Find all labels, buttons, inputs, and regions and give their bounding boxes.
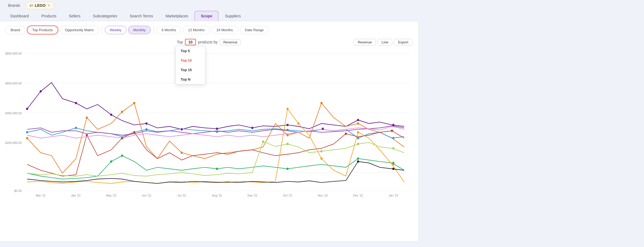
dot — [320, 157, 323, 160]
revenue-action-button[interactable]: Revenue — [354, 39, 376, 46]
12months-button[interactable]: 12 Months — [183, 26, 210, 34]
dot — [297, 122, 299, 125]
top5-option[interactable]: Top 5 — [176, 46, 205, 56]
x-label-jul22: Jul '22 — [177, 194, 186, 197]
dot — [121, 154, 123, 157]
dot — [322, 128, 324, 130]
tab-dashboard[interactable]: Dashboard — [4, 11, 35, 21]
x-label-apr22: Apr '22 — [71, 194, 81, 197]
dot — [320, 150, 323, 153]
dot — [357, 122, 359, 125]
dot — [133, 102, 135, 104]
tab-products[interactable]: Products — [36, 11, 62, 21]
dot — [357, 137, 359, 140]
x-label-sep22: Sep '22 — [247, 194, 257, 197]
x-label-oct22: Oct '22 — [283, 194, 292, 197]
dot — [121, 137, 123, 140]
close-lego-button[interactable]: × — [47, 3, 50, 8]
dot — [26, 108, 28, 110]
chart-area: $800,000.00 $600,000.00 $400,000.00 $200… — [5, 47, 412, 199]
date-range-button[interactable]: Date Range — [240, 26, 269, 34]
nav-tabs: Dashboard Products Sellers Subcategories… — [0, 11, 418, 21]
dot — [357, 143, 359, 145]
dot — [357, 157, 359, 160]
dot — [392, 162, 394, 164]
line-dark-purple — [27, 83, 404, 129]
24months-button[interactable]: 24 Months — [211, 26, 238, 34]
weekly-button[interactable]: Weekly — [105, 26, 126, 34]
lego-tab[interactable]: 🏷 LEGO × — [26, 2, 54, 9]
dot — [181, 128, 183, 131]
x-label-jan23: Jan '23 — [388, 194, 398, 197]
dot — [286, 134, 289, 137]
products-by-label: products by — [198, 40, 218, 44]
dot — [392, 124, 394, 126]
dot — [216, 131, 218, 133]
dot — [320, 102, 323, 104]
dot — [121, 111, 123, 113]
opportunity-matrix-button[interactable]: Opportunity Matrix — [60, 26, 99, 34]
tab-subcategories[interactable]: Subcategories — [87, 11, 123, 21]
y-label-800k: $800,000.00 — [5, 52, 22, 55]
dot — [145, 128, 148, 131]
x-label-may22: May '22 — [106, 194, 116, 197]
y-label-600k: $600,000.00 — [5, 81, 22, 85]
dot — [251, 127, 253, 129]
main-content: Brand Top Products Opportunity Matrix We… — [0, 21, 418, 241]
top-n-dropdown: Top 5 Top 10 Top 15 Top N — [176, 46, 205, 84]
lego-label: LEGO — [35, 3, 46, 8]
top-products-button[interactable]: Top Products — [27, 26, 58, 34]
dot — [133, 131, 135, 134]
dot — [357, 160, 359, 163]
tag-icon: 🏷 — [30, 4, 33, 8]
dot — [216, 128, 218, 130]
topn-option[interactable]: Top N — [176, 75, 205, 84]
dot — [26, 131, 28, 134]
y-label-0: $0.00 — [14, 189, 22, 192]
top-bar: Brands 🏷 LEGO × — [0, 0, 418, 11]
x-label-aug22: Aug '22 — [212, 194, 222, 197]
dot — [286, 168, 289, 170]
dot — [286, 143, 289, 145]
line-action-button[interactable]: Line — [378, 39, 393, 46]
top-n-value: 10 — [188, 40, 193, 44]
dot — [357, 119, 359, 121]
dot — [391, 130, 393, 132]
metric-selector[interactable]: Revenue — [220, 39, 241, 45]
top-n-selector[interactable]: 10 Top 5 Top 10 Top 15 Top N — [185, 39, 196, 45]
export-button[interactable]: Export — [394, 39, 412, 46]
top15-option[interactable]: Top 15 — [176, 65, 205, 75]
chart-header: Top 10 Top 5 Top 10 Top 15 Top N product… — [5, 39, 412, 45]
dot — [75, 102, 77, 104]
dot — [75, 127, 77, 129]
dot — [145, 122, 148, 125]
monthly-button[interactable]: Monthly — [128, 26, 151, 34]
top-prefix-label: Top — [177, 40, 183, 44]
dot — [392, 147, 394, 150]
dot — [110, 160, 112, 163]
tab-suppliers[interactable]: Suppliers — [219, 11, 247, 21]
chart-header-actions: Revenue Line Export — [354, 39, 412, 46]
tab-scope[interactable]: Scope — [195, 11, 218, 21]
dot — [262, 140, 264, 143]
tab-sellers[interactable]: Sellers — [63, 11, 87, 21]
brands-tab[interactable]: Brands — [4, 2, 24, 9]
brand-view-button[interactable]: Brand — [5, 26, 25, 34]
dot — [286, 124, 289, 126]
chart-svg: $800,000.00 $600,000.00 $400,000.00 $200… — [5, 47, 412, 199]
dot — [86, 134, 88, 137]
dot — [345, 132, 347, 135]
y-label-400k: $400,000.00 — [5, 111, 22, 115]
tab-search-terms[interactable]: Search Terms — [124, 11, 159, 21]
dot — [216, 168, 218, 170]
dot — [40, 90, 42, 93]
filter-separator-2 — [154, 26, 154, 34]
dot — [392, 137, 394, 140]
dot — [26, 137, 28, 140]
6months-button[interactable]: 6 Months — [157, 26, 181, 34]
filter-separator-1 — [102, 26, 102, 34]
dot — [110, 113, 112, 116]
top10-option[interactable]: Top 10 — [176, 56, 205, 65]
y-label-200k: $200,000.00 — [5, 141, 22, 144]
tab-marketplaces[interactable]: Marketplaces — [160, 11, 194, 21]
